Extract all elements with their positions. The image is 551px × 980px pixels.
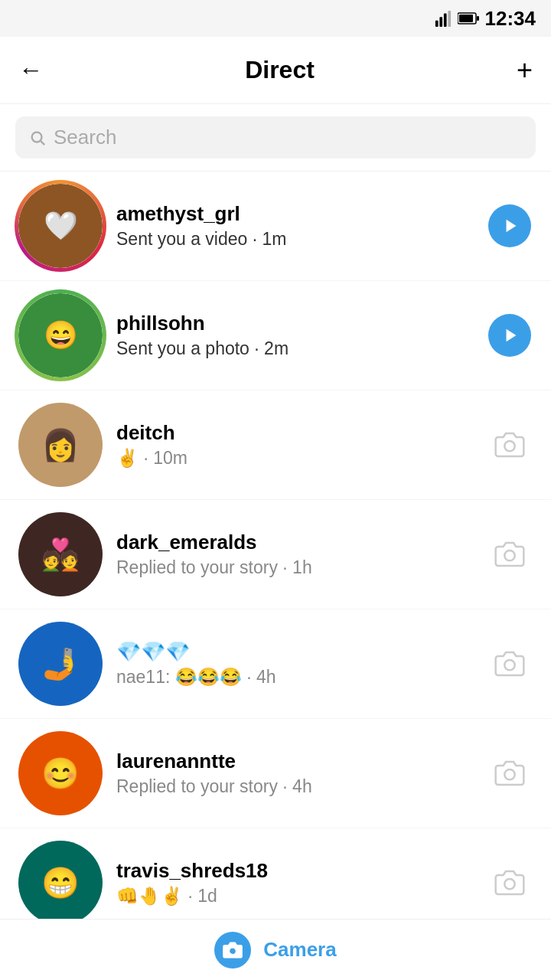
camera-icon [214, 932, 251, 969]
svg-point-12 [504, 550, 514, 560]
message-content: dark_emeralds Replied to your story · 1h [116, 531, 487, 578]
avatar: 🤍 [18, 184, 103, 268]
play-button[interactable] [487, 204, 533, 247]
play-button[interactable] [487, 314, 533, 357]
message-preview: Sent you a photo · 2m [116, 338, 487, 359]
message-content: deitch ✌️ · 10m [116, 421, 487, 469]
search-icon [29, 129, 46, 146]
camera-button[interactable]: Camera [263, 938, 336, 962]
list-item[interactable]: 🤳 💎💎💎 nae11: 😂😂😂 · 4h [0, 609, 551, 719]
search-container [0, 104, 551, 172]
message-preview: nae11: 😂😂😂 · 4h [116, 667, 487, 688]
svg-marker-10 [507, 329, 517, 342]
back-button[interactable]: ← [18, 56, 43, 84]
status-icons: 12:34 [435, 7, 536, 31]
message-content: amethyst_grl Sent you a video · 1m [116, 202, 487, 250]
svg-point-13 [504, 660, 514, 670]
message-username: dark_emeralds [116, 531, 487, 554]
camera-action-icon [487, 430, 533, 460]
bottom-bar: Camera [0, 919, 551, 980]
svg-marker-9 [507, 220, 517, 233]
camera-action-icon [487, 867, 533, 898]
message-username: deitch [116, 421, 487, 445]
message-username: laurenanntte [116, 750, 487, 773]
svg-point-11 [504, 441, 514, 451]
svg-rect-2 [443, 14, 446, 27]
svg-line-8 [41, 141, 44, 145]
signal-icon [435, 10, 452, 27]
status-time: 12:34 [485, 7, 536, 31]
message-preview: Sent you a video · 1m [116, 229, 487, 250]
search-input[interactable] [54, 126, 522, 149]
message-content: laurenanntte Replied to your story · 4h [116, 750, 487, 797]
camera-action-icon [487, 539, 533, 570]
svg-point-17 [230, 947, 236, 954]
message-username: phillsohn [116, 312, 487, 335]
message-username: travis_shreds18 [116, 859, 487, 883]
message-content: travis_shreds18 👊🤚✌️ · 1d [116, 859, 487, 906]
list-item[interactable]: 💑 dark_emeralds Replied to your story · … [0, 500, 551, 609]
battery-icon [458, 11, 479, 25]
avatar: 😊 [18, 731, 103, 815]
avatar: 🤳 [18, 622, 103, 706]
list-item[interactable]: 😊 laurenanntte Replied to your story · 4… [0, 719, 551, 828]
camera-svg [222, 939, 243, 961]
page-title: Direct [245, 56, 315, 84]
message-preview: Replied to your story · 4h [116, 776, 487, 797]
avatar: 💑 [18, 512, 103, 596]
status-bar: 12:34 [0, 0, 551, 37]
svg-rect-1 [439, 17, 442, 27]
avatar: 😁 [18, 841, 103, 925]
svg-rect-0 [435, 21, 438, 27]
svg-rect-6 [459, 15, 473, 22]
search-wrapper [15, 116, 536, 158]
list-item[interactable]: 👩 deitch ✌️ · 10m [0, 390, 551, 500]
svg-rect-5 [477, 16, 479, 21]
message-list: 🤍 amethyst_grl Sent you a video · 1m 😄 p… [0, 172, 551, 980]
message-preview: Replied to your story · 1h [116, 557, 487, 578]
avatar: 👩 [18, 403, 103, 487]
list-item[interactable]: 🤍 amethyst_grl Sent you a video · 1m [0, 172, 551, 281]
camera-action-icon [487, 648, 533, 679]
message-preview: 👊🤚✌️ · 1d [116, 886, 487, 906]
avatar: 😄 [18, 293, 103, 377]
svg-point-7 [32, 132, 42, 142]
new-message-button[interactable]: + [517, 57, 533, 84]
message-content: phillsohn Sent you a photo · 2m [116, 312, 487, 359]
header: ← Direct + [0, 37, 551, 104]
svg-point-15 [504, 879, 514, 889]
message-username: 💎💎💎 [116, 640, 487, 664]
list-item[interactable]: 😄 phillsohn Sent you a photo · 2m [0, 281, 551, 390]
message-content: 💎💎💎 nae11: 😂😂😂 · 4h [116, 640, 487, 688]
svg-point-14 [504, 769, 514, 779]
camera-action-icon [487, 758, 533, 789]
message-preview: ✌️ · 10m [116, 448, 487, 469]
svg-rect-3 [448, 11, 451, 27]
message-username: amethyst_grl [116, 202, 487, 226]
